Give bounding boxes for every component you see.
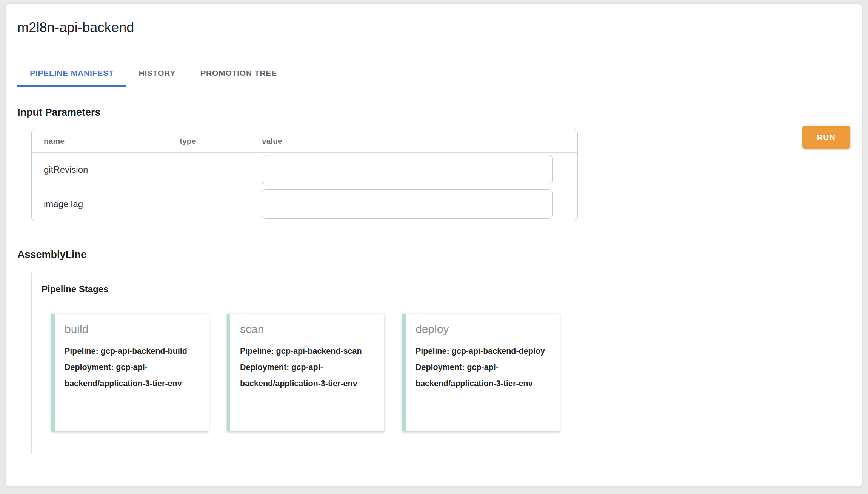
stage-deployment-line: Deployment: gcp-api-backend/application-… [65, 359, 197, 392]
column-header-name: name [32, 137, 180, 146]
param-name-imagetag: imageTag [32, 199, 180, 209]
assemblyline-heading: AssemblyLine [17, 248, 850, 261]
tab-pipeline-manifest[interactable]: PIPELINE MANIFEST [17, 59, 126, 87]
param-name-gitrevision: gitRevision [32, 164, 180, 175]
table-row: gitRevision [32, 153, 577, 187]
param-value-cell [262, 189, 577, 219]
column-header-type: type [180, 137, 262, 146]
stage-deployment-line: Deployment: gcp-api-backend/application-… [416, 359, 548, 392]
stage-deployment-line: Deployment: gcp-api-backend/application-… [240, 359, 373, 392]
page-title: m2l8n-api-backend [17, 19, 850, 36]
pipeline-stages-panel: Pipeline Stages build Pipeline: gcp-api-… [31, 272, 851, 454]
param-value-cell [262, 155, 577, 184]
input-parameters-table: name type value gitRevision imageTag [31, 129, 578, 221]
stage-details: Pipeline: gcp-api-backend-build Deployme… [65, 343, 197, 392]
stage-card-build: build Pipeline: gcp-api-backend-build De… [51, 314, 209, 431]
card-content: m2l8n-api-backend PIPELINE MANIFEST HIST… [6, 4, 862, 486]
pipeline-stages-title: Pipeline Stages [42, 284, 851, 295]
stage-name: scan [240, 321, 373, 337]
stage-card-scan: scan Pipeline: gcp-api-backend-scan Depl… [227, 314, 384, 431]
gitrevision-value-input[interactable] [262, 155, 553, 184]
stages-row: build Pipeline: gcp-api-backend-build De… [51, 314, 851, 431]
run-button[interactable]: RUN [802, 126, 850, 149]
table-row: imageTag [32, 187, 577, 221]
stage-details: Pipeline: gcp-api-backend-deploy Deploym… [416, 343, 548, 392]
tab-bar: PIPELINE MANIFEST HISTORY PROMOTION TREE [17, 59, 850, 87]
imagetag-value-input[interactable] [262, 189, 553, 219]
stage-name: deploy [416, 321, 548, 337]
column-header-value: value [262, 137, 577, 146]
tab-promotion-tree[interactable]: PROMOTION TREE [188, 59, 289, 87]
stage-pipeline-line: Pipeline: gcp-api-backend-deploy [416, 343, 548, 359]
input-parameters-heading: Input Parameters [17, 106, 850, 119]
tab-history[interactable]: HISTORY [126, 59, 188, 87]
stage-name: build [65, 321, 197, 337]
stage-pipeline-line: Pipeline: gcp-api-backend-scan [240, 343, 373, 359]
stage-pipeline-line: Pipeline: gcp-api-backend-build [65, 343, 197, 359]
pipeline-detail-card: m2l8n-api-backend PIPELINE MANIFEST HIST… [5, 4, 862, 487]
stage-details: Pipeline: gcp-api-backend-scan Deploymen… [240, 343, 373, 392]
table-header-row: name type value [32, 129, 577, 153]
stage-card-deploy: deploy Pipeline: gcp-api-backend-deploy … [402, 314, 560, 431]
